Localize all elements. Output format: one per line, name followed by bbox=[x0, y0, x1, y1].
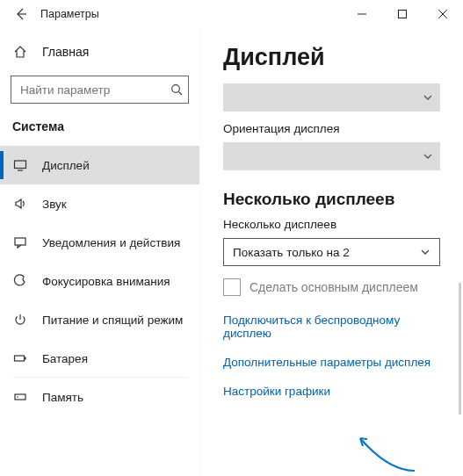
search-input[interactable] bbox=[18, 83, 170, 97]
nav-list: Дисплей Звук Уведомления и действия bbox=[0, 146, 199, 416]
sidebar-section-label: Система bbox=[0, 116, 199, 146]
checkbox-box bbox=[223, 278, 241, 296]
nav-home-label: Главная bbox=[42, 45, 89, 59]
arrow-left-icon bbox=[14, 7, 28, 21]
nav-item-label: Дисплей bbox=[42, 159, 187, 172]
window-controls bbox=[342, 0, 463, 28]
power-icon bbox=[12, 312, 28, 328]
back-button[interactable] bbox=[11, 4, 32, 25]
nav-item-battery[interactable]: Батарея bbox=[0, 339, 199, 378]
link-advanced-display[interactable]: Дополнительные параметры дисплея bbox=[223, 356, 440, 369]
home-icon bbox=[12, 44, 28, 60]
nav-item-label: Уведомления и действия bbox=[42, 236, 187, 249]
nav-item-focus-assist[interactable]: Фокусировка внимания bbox=[0, 262, 199, 300]
maximize-icon bbox=[398, 10, 407, 18]
close-icon bbox=[438, 10, 447, 18]
svg-rect-0 bbox=[399, 11, 407, 18]
nav-item-label: Фокусировка внимания bbox=[42, 275, 187, 288]
svg-rect-5 bbox=[25, 357, 26, 360]
sidebar: Главная Система Дисплей bbox=[0, 28, 200, 476]
dropdown-unknown-1[interactable] bbox=[223, 83, 440, 112]
dropdown-multi-displays[interactable]: Показать только на 2 bbox=[223, 238, 440, 266]
multi-displays-label: Несколько дисплеев bbox=[223, 218, 440, 231]
close-button[interactable] bbox=[423, 0, 463, 28]
content-pane: Дисплей Ориентация дисплея Несколько дис… bbox=[200, 28, 463, 476]
focus-assist-icon bbox=[12, 273, 28, 289]
svg-rect-3 bbox=[15, 238, 25, 245]
nav-item-label: Звук bbox=[42, 198, 187, 211]
svg-rect-4 bbox=[15, 356, 25, 361]
svg-point-7 bbox=[17, 396, 18, 398]
search-icon bbox=[170, 83, 183, 96]
maximize-button[interactable] bbox=[382, 0, 423, 28]
nav-item-label: Питание и спящий режим bbox=[42, 314, 187, 327]
link-graphics-settings[interactable]: Настройки графики bbox=[223, 385, 440, 398]
nav-item-notifications[interactable]: Уведомления и действия bbox=[0, 223, 199, 262]
annotation-arrow bbox=[353, 431, 423, 475]
multi-displays-heading: Несколько дисплеев bbox=[223, 190, 440, 209]
primary-display-checkbox: Сделать основным дисплеем bbox=[223, 278, 440, 296]
svg-rect-2 bbox=[15, 161, 26, 169]
titlebar: Параметры bbox=[0, 0, 463, 28]
display-icon bbox=[12, 157, 28, 173]
chevron-down-icon bbox=[423, 92, 433, 103]
chevron-down-icon bbox=[420, 247, 430, 257]
search-box[interactable] bbox=[11, 76, 189, 104]
dropdown-orientation[interactable] bbox=[223, 142, 440, 170]
page-title: Дисплей bbox=[223, 44, 440, 71]
minimize-icon bbox=[358, 10, 366, 18]
nav-item-storage[interactable]: Память bbox=[0, 378, 199, 416]
nav-item-power[interactable]: Питание и спящий режим bbox=[0, 300, 199, 339]
checkbox-label: Сделать основным дисплеем bbox=[250, 280, 418, 294]
nav-item-label: Батарея bbox=[42, 352, 187, 365]
dropdown-value: Показать только на 2 bbox=[233, 246, 420, 259]
svg-point-1 bbox=[172, 85, 180, 93]
minimize-button[interactable] bbox=[342, 0, 382, 28]
scrollbar[interactable] bbox=[459, 283, 461, 415]
nav-home[interactable]: Главная bbox=[0, 37, 199, 67]
battery-icon bbox=[12, 350, 28, 366]
notifications-icon bbox=[12, 234, 28, 250]
nav-item-sound[interactable]: Звук bbox=[0, 184, 199, 223]
nav-item-display[interactable]: Дисплей bbox=[0, 146, 199, 184]
link-wireless-display[interactable]: Подключиться к беспроводному дисплею bbox=[223, 314, 440, 340]
orientation-label: Ориентация дисплея bbox=[223, 122, 440, 135]
sound-icon bbox=[12, 196, 28, 212]
svg-rect-6 bbox=[15, 394, 25, 400]
storage-icon bbox=[12, 389, 28, 405]
window-title: Параметры bbox=[40, 8, 99, 20]
chevron-down-icon bbox=[423, 151, 433, 162]
nav-item-label: Память bbox=[42, 391, 187, 404]
